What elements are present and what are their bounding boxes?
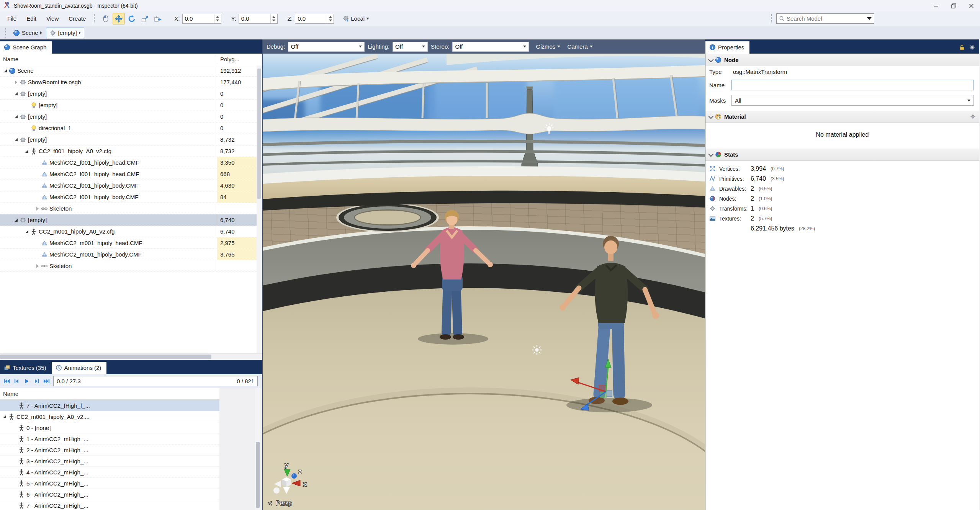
z-spin-arrows[interactable] [327, 14, 334, 23]
tree-row[interactable]: Scene192,912 [0, 65, 262, 77]
tab-animations[interactable]: Animations (2) [52, 362, 107, 374]
light-marker-icon [532, 345, 542, 355]
perspective-label[interactable]: < Persp [268, 500, 292, 507]
skip-to-end-button[interactable] [42, 377, 51, 386]
move-tool-button[interactable] [113, 13, 125, 25]
animation-row[interactable]: 7 - Anim\CC2_fHigh_f_... [0, 400, 219, 411]
section-material[interactable]: Material [705, 110, 979, 123]
column-name[interactable]: Name [0, 56, 217, 62]
animation-row[interactable]: 2 - Anim\CC2_mHigh_... [0, 445, 219, 456]
animation-row[interactable]: 7 - Anim\CC2_mHigh_... [0, 500, 219, 510]
camera-menu[interactable]: Camera [567, 43, 592, 50]
menu-view[interactable]: View [41, 13, 64, 24]
y-coord-spinner[interactable]: 0.0 [239, 14, 278, 24]
animation-row[interactable]: 5 - Anim\CC2_mHigh_... [0, 478, 219, 489]
tree-row[interactable]: [empty]0 [0, 111, 262, 123]
menu-create[interactable]: Create [64, 13, 91, 24]
tree-hscroll-thumb[interactable] [0, 355, 211, 359]
local-space-button[interactable]: Local [339, 14, 372, 23]
scale-tool-button[interactable] [139, 13, 151, 25]
animation-vscroll-thumb[interactable] [256, 442, 260, 508]
tree-row[interactable]: Mesh\CC2_f001_hipoly_body.CMF84 [0, 191, 262, 203]
restore-button[interactable] [945, 0, 962, 11]
place-tool-button[interactable] [152, 13, 164, 25]
debug-combobox[interactable]: Off [288, 42, 365, 52]
viewport-3d[interactable]: y z x < Persp [263, 54, 705, 510]
breadcrumb-scene[interactable]: Scene [11, 28, 44, 38]
y-spin-arrows[interactable] [270, 14, 277, 23]
tree-row[interactable]: Mesh\CC2_f001_hipoly_head.CMF3,350 [0, 157, 262, 168]
close-button[interactable] [962, 0, 980, 11]
tree-vertical-scrollbar[interactable] [257, 65, 262, 353]
animation-row[interactable]: 6 - Anim\CC2_mHigh_... [0, 489, 219, 500]
search-dropdown-arrow[interactable] [867, 17, 872, 20]
search-input[interactable] [787, 15, 867, 22]
tree-row[interactable]: Mesh\CC2_m001_hipoly_body.CMF3,765 [0, 249, 262, 260]
animation-row[interactable]: 1 - Anim\CC2_mHigh_... [0, 433, 219, 445]
animation-row[interactable]: 0 - [none] [0, 422, 219, 433]
z-coord-spinner[interactable]: 0.0 [295, 14, 334, 24]
tree-row[interactable]: [empty]8,732 [0, 134, 262, 145]
animation-vertical-scrollbar[interactable] [255, 388, 260, 510]
search-model-combobox[interactable] [776, 13, 874, 24]
expander-expanded-icon[interactable] [24, 148, 30, 154]
tree-row[interactable]: Skeleton [0, 260, 262, 272]
section-node[interactable]: Node [705, 54, 979, 66]
expander-expanded-icon[interactable] [2, 414, 8, 420]
masks-dropdown[interactable]: All [731, 95, 974, 106]
minimize-button[interactable] [927, 0, 945, 11]
select-tool-button[interactable] [100, 13, 112, 25]
play-button[interactable] [22, 377, 31, 386]
tree-row[interactable]: [empty]0 [0, 100, 262, 111]
tree-row[interactable]: Mesh\CC2_f001_hipoly_body.CMF4,630 [0, 180, 262, 191]
tree-row[interactable]: [empty]0 [0, 88, 262, 100]
tree-row[interactable]: CC2_f001_hipoly_A0_v2.cfg8,732 [0, 145, 262, 157]
tree-row[interactable]: CC2_m001_hipoly_A0_v2.cfg6,740 [0, 226, 262, 237]
step-forward-button[interactable] [32, 377, 41, 386]
animation-row[interactable]: 3 - Anim\CC2_mHigh_... [0, 456, 219, 467]
breadcrumb-node[interactable]: [empty] [46, 28, 84, 38]
lighting-combobox[interactable]: Off [393, 42, 428, 52]
column-polygons[interactable]: Polyg... [217, 56, 262, 62]
animation-time-field[interactable]: 0.0 / 27.3 0 / 821 [53, 376, 258, 386]
tree-row[interactable]: directional_10 [0, 123, 262, 134]
tree-row[interactable]: ShowRoomLite.osgb177,440 [0, 77, 262, 88]
material-gear-icon[interactable] [970, 113, 976, 120]
tree-row[interactable]: [empty]6,740 [0, 214, 262, 226]
expander-expanded-icon[interactable] [2, 68, 8, 74]
expander-collapsed-icon[interactable] [13, 79, 19, 85]
tree-column-headers[interactable]: Name Polyg... [0, 54, 262, 65]
animation-row[interactable]: CC2_m001_hipoly_A0_v2.... [0, 411, 219, 422]
animation-column-name[interactable]: Name [0, 388, 219, 400]
animation-row[interactable]: 4 - Anim\CC2_mHigh_... [0, 467, 219, 478]
tab-scene-graph[interactable]: Scene Graph [0, 41, 52, 54]
tree-row[interactable]: Mesh\CC2_m001_hipoly_head.CMF2,975 [0, 237, 262, 249]
x-spin-arrows[interactable] [214, 14, 221, 23]
tab-properties[interactable]: i Properties [705, 41, 749, 54]
axis-gizmo[interactable]: y z x [273, 462, 306, 494]
menu-file[interactable]: File [2, 13, 21, 24]
section-stats[interactable]: Stats [705, 148, 979, 161]
expander-expanded-icon[interactable] [13, 217, 19, 223]
expander-collapsed-icon[interactable] [34, 263, 41, 269]
expander-collapsed-icon[interactable] [34, 206, 41, 212]
name-input[interactable] [731, 80, 974, 90]
menu-edit[interactable]: Edit [21, 13, 41, 24]
tree-row[interactable]: Mesh\CC2_f001_hipoly_head.CMF668 [0, 168, 262, 180]
lock-icon[interactable] [959, 44, 965, 51]
tree-row[interactable]: Skeleton [0, 203, 262, 214]
rotate-tool-button[interactable] [126, 13, 138, 25]
stereo-combobox[interactable]: Off [452, 42, 529, 52]
step-back-button[interactable] [12, 377, 21, 386]
expander-expanded-icon[interactable] [13, 91, 19, 97]
tree-vscroll-thumb[interactable] [257, 69, 261, 199]
expander-expanded-icon[interactable] [13, 114, 19, 120]
x-coord-spinner[interactable]: 0.0 [182, 14, 221, 24]
tree-horizontal-scrollbar[interactable] [0, 353, 262, 360]
expander-expanded-icon[interactable] [24, 229, 30, 235]
expander-expanded-icon[interactable] [13, 137, 19, 143]
gizmos-menu[interactable]: Gizmos [536, 43, 560, 50]
settings-gear-icon[interactable] [969, 44, 975, 51]
tab-textures[interactable]: Textures (35) [0, 362, 52, 374]
skip-to-start-button[interactable] [2, 377, 11, 386]
